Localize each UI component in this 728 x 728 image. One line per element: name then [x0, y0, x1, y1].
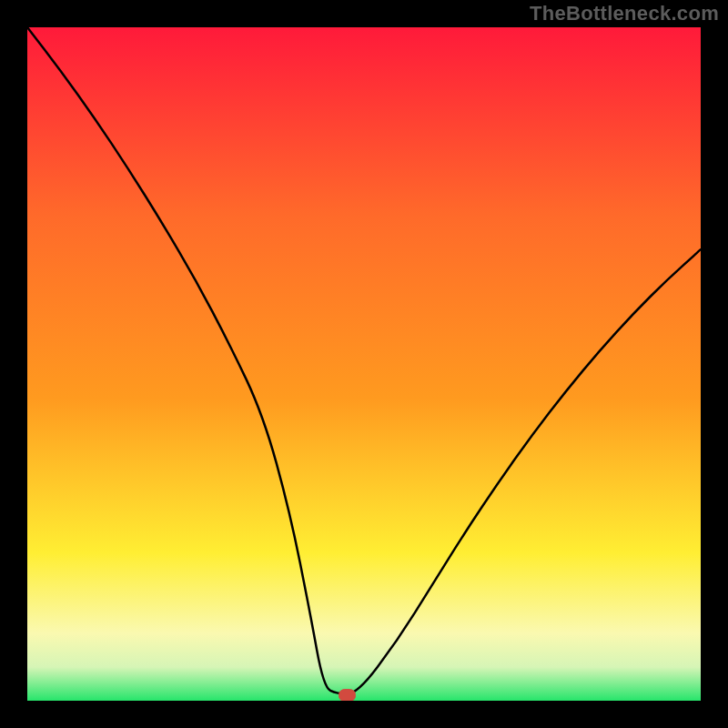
chart-svg — [27, 27, 701, 701]
min-marker — [339, 690, 356, 701]
outer-frame: TheBottleneck.com — [0, 0, 728, 728]
gradient-background — [27, 27, 701, 701]
plot-area — [27, 27, 701, 701]
watermark-text: TheBottleneck.com — [530, 2, 719, 25]
